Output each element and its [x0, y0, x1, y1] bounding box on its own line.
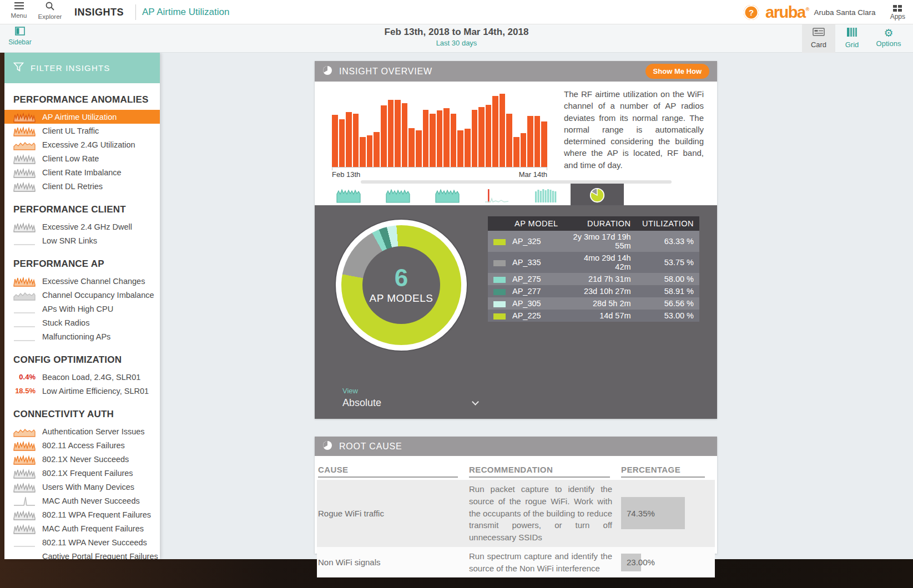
- view-dropdown-value: Absolute: [342, 397, 481, 409]
- sidebar-item-label: Client Low Rate: [42, 154, 99, 163]
- ap-model-cell: AP_275: [488, 273, 564, 285]
- sidebar-item[interactable]: MAC Auth Never Succeeds: [4, 494, 160, 508]
- menu-button[interactable]: Menu: [8, 2, 30, 19]
- sidebar-item-label: Users With Many Devices: [42, 483, 134, 491]
- sidebar-item[interactable]: 802.11 WPA Frequent Failures: [4, 508, 160, 521]
- funnel-icon: [13, 62, 24, 74]
- insight-overview-header: INSIGHT OVERVIEW Show Me How: [315, 61, 717, 82]
- date-range-subtitle[interactable]: Last 30 days: [385, 39, 529, 47]
- recommendation-cell: Run spectrum capture and identify the so…: [468, 547, 620, 578]
- chart-bar: [486, 105, 492, 167]
- sidebar-item[interactable]: 802.1X Never Succeeds: [4, 452, 160, 466]
- ap-table-row[interactable]: AP_275 21d 7h 31m 58.00 %: [488, 273, 699, 285]
- pie-chart-icon: [322, 440, 332, 453]
- main-content: INSIGHT OVERVIEW Show Me How Feb 13th Ma…: [160, 53, 913, 559]
- chart-bar: [513, 137, 519, 167]
- sidebar-item[interactable]: Users With Many Devices: [4, 480, 160, 494]
- sidebar-section-title: PERFORMANCE ANOMALIES: [13, 94, 160, 105]
- sidebar-item[interactable]: Authentication Server Issues: [4, 424, 160, 438]
- date-range[interactable]: Feb 13th, 2018 to Mar 14th, 2018: [385, 27, 529, 38]
- percentage-value: 18.5%: [13, 386, 36, 397]
- ap-models-donut-chart: 6 AP MODELS: [335, 219, 468, 352]
- sidebar-item[interactable]: Client Rate Imbalance: [4, 165, 160, 179]
- app-title: INSIGHTS: [74, 0, 124, 24]
- sidebar-item[interactable]: APs With High CPU: [4, 302, 160, 316]
- sidebar-toggle-label: Sidebar: [7, 38, 33, 46]
- sidebar-item[interactable]: 802.1X Frequent Failures: [4, 466, 160, 480]
- root-cause-card: ROOT CAUSE CAUSE RECOMMENDATION PERCENTA…: [315, 437, 717, 554]
- sidebar-item[interactable]: Low SNR Links: [4, 234, 160, 247]
- ap-model-cell: AP_305: [488, 297, 564, 310]
- orange-line-icon: [13, 440, 36, 451]
- sidebar-item[interactable]: Captive Portal Frequent Failures: [4, 549, 160, 559]
- utilization-cell: 63.33 %: [637, 231, 699, 252]
- chart-bar: [374, 132, 380, 167]
- aruba-logo: aruba®: [765, 3, 807, 22]
- sidebar-item-label: Channel Occupancy Imbalance: [42, 291, 154, 300]
- tenant-name: Aruba Santa Clara: [814, 8, 876, 17]
- gray-line-icon: [13, 468, 36, 479]
- grid-view-button[interactable]: Grid: [835, 24, 869, 53]
- sidebar-item-label: Client Rate Imbalance: [42, 168, 122, 177]
- chart-bar: [478, 107, 485, 167]
- sidebar-item[interactable]: Client Low Rate: [4, 151, 160, 165]
- sidebar-item-label: Excessive 2.4 GHz Dwell: [42, 222, 132, 231]
- sidebar-item[interactable]: Excessive 2.4 GHz Dwell: [4, 220, 160, 234]
- duration-cell: 4mo 29d 14h 42m: [564, 252, 636, 273]
- sidebar-item[interactable]: MAC Auth Frequent Failures: [4, 521, 160, 535]
- flat-icon: [13, 537, 36, 548]
- ap-table-row[interactable]: AP_305 28d 5h 2m 56.56 %: [488, 297, 699, 310]
- sidebar-item-label: Stuck Radios: [42, 318, 89, 327]
- sidebar-item[interactable]: 802.11 WPA Never Succeeds: [4, 535, 160, 549]
- sidebar-section: CONFIG OPTIMIZATION0.4%Beacon Load, 2.4G…: [4, 354, 160, 398]
- sidebar-section: CONNECTIVITY AUTHAuthentication Server I…: [4, 409, 160, 559]
- chart-bar: [541, 121, 547, 167]
- sidebar-item[interactable]: AP Airtime Utilization: [4, 110, 160, 124]
- chart-bar: [465, 129, 471, 167]
- ap-table-row[interactable]: AP_325 2y 3mo 17d 19h 55m 63.33 %: [488, 231, 699, 252]
- sidebar-item[interactable]: Channel Occupancy Imbalance: [4, 288, 160, 302]
- sidebar-item[interactable]: Stuck Radios: [4, 316, 160, 330]
- chart-bar: [388, 100, 394, 167]
- apps-button[interactable]: Apps: [890, 4, 905, 21]
- flat-icon: [13, 235, 36, 246]
- donut-center-label: AP MODELS: [369, 292, 433, 305]
- sidebar-item[interactable]: 18.5%Low Airtime Efficiency, SLR01: [4, 384, 160, 398]
- duration-cell: 21d 7h 31m: [564, 273, 636, 285]
- help-icon[interactable]: ?: [744, 5, 759, 20]
- sidebar-toggle-button[interactable]: Sidebar: [7, 27, 33, 46]
- sidebar-item[interactable]: Client DL Retries: [4, 179, 160, 193]
- explorer-button[interactable]: Explorer: [36, 2, 64, 20]
- sidebar-item-label: Malfunctioning APs: [42, 332, 110, 341]
- percentage-cell: 23.00%: [620, 547, 715, 578]
- sidebar-item[interactable]: Client UL Traffic: [4, 124, 160, 138]
- insight-overview-title: INSIGHT OVERVIEW: [339, 67, 432, 77]
- sidebar-item[interactable]: 802.11 Access Failures: [4, 438, 160, 452]
- orange-line-icon: [13, 454, 36, 465]
- ap-table-row[interactable]: AP_335 4mo 29d 14h 42m 53.75 %: [488, 252, 699, 273]
- sidebar-section-title: PERFORMANCE AP: [13, 258, 160, 270]
- chart-start-label: Feb 13th: [332, 170, 360, 179]
- sel-area-icon: [13, 111, 36, 123]
- col-recommendation: RECOMMENDATION: [468, 460, 620, 480]
- sidebar-item[interactable]: Excessive 2.4G Utilization: [4, 138, 160, 151]
- sidebar-item[interactable]: 0.4%Beacon Load, 2.4G, SLR01: [4, 370, 160, 384]
- gray-area-icon: [13, 290, 36, 301]
- orange-line-icon: [13, 276, 36, 287]
- card-view-button[interactable]: Card: [802, 24, 835, 53]
- gear-icon: ⚙: [869, 27, 909, 38]
- sidebar-item-label: Client DL Retries: [42, 182, 103, 191]
- chart-bar: [500, 94, 506, 167]
- sidebar-item-label: AP Airtime Utilization: [42, 113, 117, 121]
- chart-bar: [472, 110, 478, 167]
- sidebar-item-label: Low SNR Links: [42, 236, 97, 245]
- ap-table-row[interactable]: AP_277 23d 10h 27m 58.91 %: [488, 285, 699, 297]
- view-dropdown[interactable]: View Absolute: [342, 387, 481, 409]
- ap-table-row[interactable]: AP_225 14d 57m 53.00 %: [488, 310, 699, 322]
- sidebar-item[interactable]: Malfunctioning APs: [4, 330, 160, 343]
- sidebar-item[interactable]: Excessive Channel Changes: [4, 274, 160, 288]
- show-me-how-button[interactable]: Show Me How: [645, 64, 709, 79]
- sidebar-item-label: 802.11 WPA Never Succeeds: [42, 538, 147, 547]
- grid-view-label: Grid: [835, 40, 869, 49]
- options-button[interactable]: ⚙ Options: [869, 24, 909, 53]
